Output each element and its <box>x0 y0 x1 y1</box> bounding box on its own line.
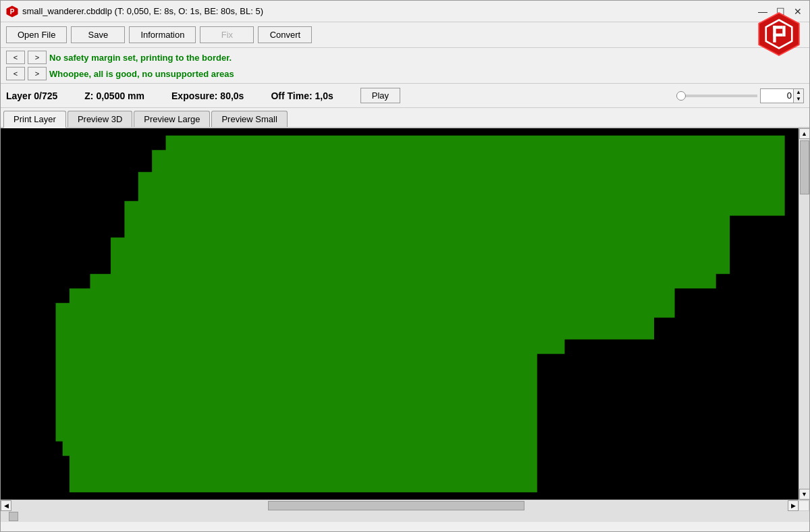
offtime-label: Off Time: 1,0s <box>271 90 333 101</box>
message-text-1: No safety margin set, printing to the bo… <box>49 53 232 63</box>
layer-canvas <box>1 128 799 500</box>
logo-area <box>755 10 803 59</box>
tabs-bar: Print Layer Preview 3D Preview Large Pre… <box>1 108 809 128</box>
svg-rect-7 <box>773 33 782 36</box>
prev-button-1[interactable]: < <box>6 51 25 64</box>
layer-label: Layer 0/725 <box>6 90 57 101</box>
message-row-2: < > Whoopee, all is good, no unsupported… <box>6 65 804 82</box>
svg-rect-8 <box>782 26 785 36</box>
title-bar-left: P small_wanderer.cbddlp (T: 0,050, E: 8s… <box>6 5 263 18</box>
layer-slider[interactable] <box>676 95 757 97</box>
scroll-track-right[interactable] <box>799 139 810 489</box>
horizontal-scrollbar: ◀ ▶ <box>1 500 809 511</box>
hscroll-track[interactable] <box>11 500 788 511</box>
layer-increment-button[interactable]: ▲ <box>794 89 803 96</box>
tab-preview-large[interactable]: Preview Large <box>134 111 210 127</box>
layer-decrement-button[interactable]: ▼ <box>794 96 803 103</box>
app-icon: P <box>6 5 18 18</box>
hscroll-thumb[interactable] <box>268 501 524 510</box>
message-text-2: Whoopee, all is good, no unsupported are… <box>49 69 234 79</box>
layer-slider-container: 0 ▲ ▼ <box>676 88 804 103</box>
scroll-right-arrow[interactable]: ▶ <box>788 500 799 511</box>
scrollbar-corner <box>799 500 809 511</box>
information-button[interactable]: Information <box>129 26 196 43</box>
next-button-2[interactable]: > <box>28 67 47 80</box>
play-button[interactable]: Play <box>360 88 400 103</box>
save-button[interactable]: Save <box>71 26 125 43</box>
tab-preview-small[interactable]: Preview Small <box>211 111 287 127</box>
messages-panel: < > No safety margin set, printing to th… <box>1 48 809 84</box>
scroll-up-arrow[interactable]: ▲ <box>799 128 810 139</box>
layer-spinner: ▲ ▼ <box>794 88 804 103</box>
convert-button[interactable]: Convert <box>258 26 312 43</box>
canvas-wrapper <box>1 128 799 500</box>
scroll-thumb-right[interactable] <box>800 140 809 194</box>
prev-button-2[interactable]: < <box>6 67 25 80</box>
svg-text:P: P <box>10 8 15 16</box>
layer-number-input-group: 0 ▲ ▼ <box>760 88 804 103</box>
vscroll-thumb[interactable] <box>9 512 18 521</box>
svg-rect-6 <box>773 26 782 28</box>
right-scrollbar: ▲ ▼ <box>799 128 809 500</box>
message-row-1: < > No safety margin set, printing to th… <box>6 49 804 65</box>
bottom-area: ◀ ▶ <box>1 500 809 522</box>
window-title: small_wanderer.cbddlp (T: 0,050, E: 8s, … <box>22 6 263 16</box>
title-bar: P small_wanderer.cbddlp (T: 0,050, E: 8s… <box>1 1 809 22</box>
tab-preview-3d[interactable]: Preview 3D <box>68 111 132 127</box>
brand-logo <box>755 10 803 57</box>
vscroll-track[interactable] <box>1 511 809 522</box>
scroll-down-arrow[interactable]: ▼ <box>799 489 810 500</box>
vertical-scroll-row <box>1 511 809 522</box>
scroll-left-arrow[interactable]: ◀ <box>1 500 11 511</box>
next-button-1[interactable]: > <box>28 51 47 64</box>
exposure-label: Exposure: 80,0s <box>171 90 244 101</box>
toolbar: Open File Save Information Fix Convert <box>1 22 809 48</box>
z-label: Z: 0,0500 mm <box>84 90 144 101</box>
layer-info-bar: Layer 0/725 Z: 0,0500 mm Exposure: 80,0s… <box>1 84 809 108</box>
open-file-button[interactable]: Open File <box>6 26 67 43</box>
fix-button[interactable]: Fix <box>200 26 254 43</box>
content-area: ▲ ▼ <box>1 128 809 500</box>
layer-number-input[interactable]: 0 <box>760 88 794 103</box>
tab-print-layer[interactable]: Print Layer <box>3 111 66 128</box>
